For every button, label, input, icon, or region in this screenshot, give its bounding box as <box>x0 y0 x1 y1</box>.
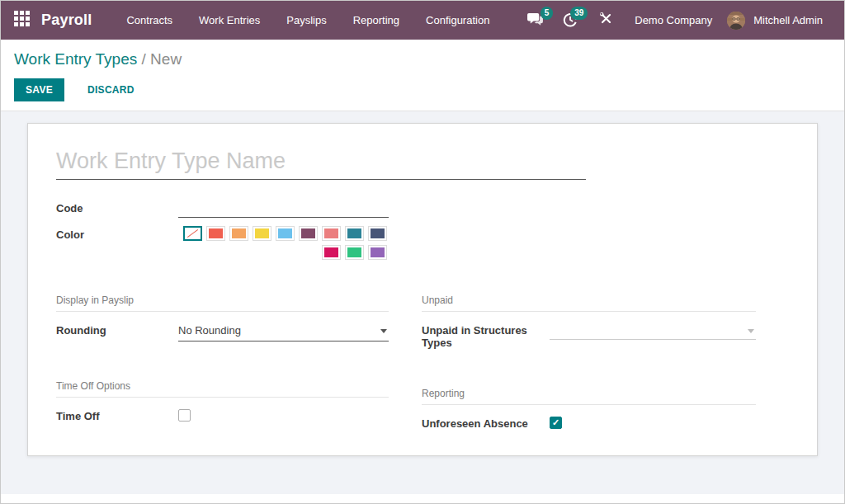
activities-badge: 39 <box>570 7 588 20</box>
time-off-label: Time Off <box>56 407 178 422</box>
chevron-down-icon <box>380 329 387 333</box>
messages-button[interactable]: 5 <box>522 9 551 31</box>
color-field-row: Color <box>56 226 753 260</box>
time-off-field-row: Time Off <box>56 407 389 422</box>
code-input[interactable] <box>178 200 389 218</box>
color-picker <box>178 226 387 260</box>
apps-grid-icon <box>14 11 30 30</box>
code-field-row: Code <box>56 200 753 218</box>
nav-menu-item-configuration[interactable]: Configuration <box>413 1 503 40</box>
chevron-down-icon <box>748 329 754 333</box>
color-swatch-yellow[interactable] <box>253 226 271 241</box>
top-navbar: Payroll ContractsWork EntriesPayslipsRep… <box>1 1 844 40</box>
rounding-label: Rounding <box>56 322 178 337</box>
save-button[interactable]: SAVE <box>14 78 64 101</box>
color-swatch-purple[interactable] <box>368 245 387 260</box>
company-switcher[interactable]: Demo Company <box>626 14 720 26</box>
time-off-checkbox[interactable] <box>178 409 191 422</box>
color-swatch-dark-blue[interactable] <box>368 226 387 241</box>
color-swatch-salmon-pink[interactable] <box>322 226 341 241</box>
section-title-display-in-payslip: Display in Payslip <box>56 294 389 312</box>
time-off-options-group: Time Off Options Time Off <box>56 380 389 422</box>
rounding-field-row: Rounding No Rounding <box>56 322 389 341</box>
color-swatch-orange[interactable] <box>229 226 248 241</box>
unpaid-structures-select[interactable] <box>550 322 756 340</box>
form-sheet: Code Color Display in Payslip Rounding N… <box>27 123 818 456</box>
breadcrumb: Work Entry Types / New <box>14 50 831 68</box>
display-in-payslip-group: Display in Payslip Rounding No Rounding <box>56 294 389 341</box>
breadcrumb-current: New <box>150 50 182 68</box>
color-swatch-dark-purple[interactable] <box>299 226 318 241</box>
unforeseen-absence-label: Unforeseen Absence <box>422 415 550 430</box>
nav-menu: ContractsWork EntriesPayslipsReportingCo… <box>113 1 503 40</box>
control-panel: Work Entry Types / New SAVE DISCARD <box>1 40 844 111</box>
tools-icon <box>599 14 613 28</box>
right-column: Unpaid Unpaid in Structures Types Report… <box>422 294 756 430</box>
user-name: Mitchell Admin <box>745 14 831 26</box>
color-label: Color <box>56 226 178 241</box>
form-groups: Display in Payslip Rounding No Rounding … <box>56 294 753 430</box>
form-action-buttons: SAVE DISCARD <box>14 78 831 101</box>
color-swatch-light-blue[interactable] <box>276 226 295 241</box>
nav-menu-item-contracts[interactable]: Contracts <box>113 1 186 40</box>
color-swatch-green[interactable] <box>345 245 364 260</box>
section-title-reporting: Reporting <box>422 388 756 405</box>
unforeseen-absence-checkbox[interactable]: ✓ <box>550 417 562 429</box>
content-area: Code Color Display in Payslip Rounding N… <box>1 111 844 494</box>
rounding-select[interactable]: No Rounding <box>178 322 389 341</box>
unpaid-structures-value <box>550 322 756 340</box>
color-swatch-red[interactable] <box>206 226 225 241</box>
section-title-time-off-options: Time Off Options <box>56 380 389 398</box>
left-column: Display in Payslip Rounding No Rounding … <box>56 294 389 430</box>
code-label: Code <box>56 200 178 214</box>
unpaid-structures-field-row: Unpaid in Structures Types <box>422 322 756 349</box>
user-avatar <box>727 12 745 30</box>
apps-menu-button[interactable] <box>14 11 30 30</box>
section-title-unpaid: Unpaid <box>422 294 756 312</box>
nav-menu-item-reporting[interactable]: Reporting <box>340 1 413 40</box>
reporting-group: Reporting Unforeseen Absence ✓ <box>422 388 756 430</box>
discard-button[interactable]: DISCARD <box>76 79 146 101</box>
app-name[interactable]: Payroll <box>41 12 92 29</box>
unforeseen-absence-field-row: Unforeseen Absence ✓ <box>422 415 756 430</box>
developer-tools-button[interactable] <box>592 8 620 32</box>
unpaid-group: Unpaid Unpaid in Structures Types <box>422 294 756 349</box>
breadcrumb-separator: / <box>142 50 146 68</box>
nav-menu-item-payslips[interactable]: Payslips <box>273 1 339 40</box>
color-swatch-fushia[interactable] <box>322 245 341 260</box>
messages-badge: 5 <box>541 7 554 20</box>
app-window: Payroll ContractsWork EntriesPayslipsRep… <box>0 0 845 504</box>
nav-menu-item-work-entries[interactable]: Work Entries <box>186 1 273 40</box>
breadcrumb-parent-link[interactable]: Work Entry Types <box>14 50 137 68</box>
color-swatch-no-color[interactable] <box>183 226 202 241</box>
unpaid-structures-label: Unpaid in Structures Types <box>422 322 550 349</box>
color-swatch-medium-blue[interactable] <box>345 226 364 241</box>
user-menu[interactable]: Mitchell Admin <box>727 12 831 30</box>
rounding-value: No Rounding <box>178 322 389 341</box>
navbar-right: 5 39 <box>522 8 831 32</box>
work-entry-type-name-input[interactable] <box>56 147 586 180</box>
activities-button[interactable]: 39 <box>558 9 586 32</box>
